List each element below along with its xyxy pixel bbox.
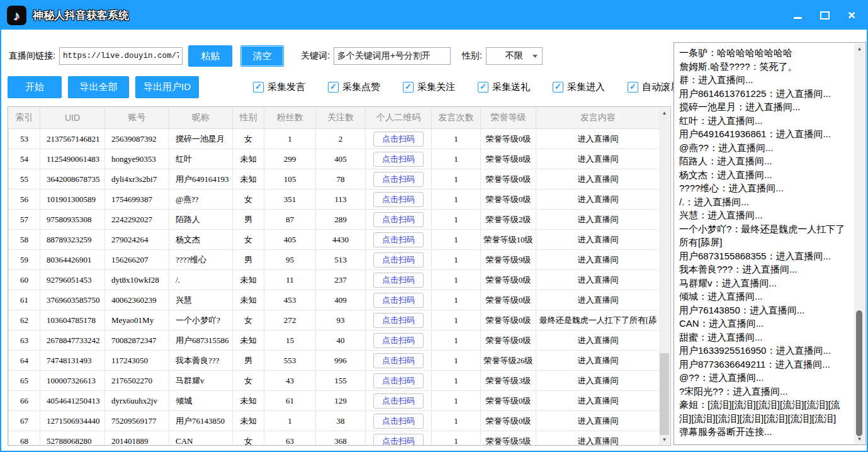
col-index: 索引	[9, 107, 40, 129]
paste-button[interactable]: 粘贴	[188, 45, 232, 67]
qr-scan-button[interactable]: 点击扫码	[373, 172, 424, 187]
cell-index: 54	[9, 149, 40, 169]
qr-scan-button[interactable]: 点击扫码	[373, 152, 424, 167]
qr-scan-button[interactable]: 点击扫码	[373, 373, 424, 388]
table-row: 53213756714682125639087392搅碎一池星月女12点击扫码1…	[9, 129, 660, 149]
chat-message: CAN：进入直播间...	[679, 317, 852, 331]
scroll-down-icon[interactable]: ▼	[659, 434, 670, 444]
cell-fans: 43	[264, 371, 316, 391]
checkbox-collect-follows[interactable]: ✓采集关注	[403, 81, 455, 93]
cell-speak-count: 1	[432, 371, 481, 391]
toolbar-row-2: 开始 导出全部 导出用户ID ✓采集发言✓采集点赞✓采集关注✓采集送礼✓采集进入…	[8, 76, 680, 98]
live-link-label: 直播间链接:	[9, 50, 55, 62]
cell-nickname: 用户687315586	[169, 331, 233, 351]
checkbox-auto-scroll[interactable]: ✓自动滚屏	[628, 81, 680, 93]
cell-index: 67	[9, 411, 40, 431]
checkbox-collect-likes[interactable]: ✓采集点赞	[328, 81, 380, 93]
checkbox-checked-icon[interactable]: ✓	[253, 82, 264, 93]
qr-scan-button[interactable]: 点击扫码	[373, 333, 424, 348]
qr-scan-button[interactable]: 点击扫码	[373, 293, 424, 308]
export-all-button[interactable]: 导出全部	[68, 76, 129, 98]
qr-scan-button[interactable]: 点击扫码	[373, 252, 424, 268]
start-button[interactable]: 开始	[8, 76, 62, 98]
qr-scan-button[interactable]: 点击扫码	[373, 414, 424, 429]
chat-message: 甜蜜：进入直播间...	[679, 331, 852, 344]
clear-button[interactable]: 清空	[240, 45, 284, 67]
table-scrollbar-thumb[interactable]	[660, 353, 669, 435]
user-table: 索引 UID 账号 昵称 性别 粉丝数 关注数 个人二维码 发言次数 荣誉等级 …	[8, 106, 671, 446]
cell-nickname: CAN	[169, 431, 233, 446]
qr-scan-button[interactable]: 点击扫码	[373, 434, 424, 446]
cell-nickname: 倾城	[169, 391, 233, 411]
chat-scrollbar[interactable]: ▲ ▼	[854, 43, 865, 444]
cell-fans: 11	[264, 270, 316, 290]
qr-scan-button[interactable]: 点击扫码	[373, 273, 424, 288]
live-link-input[interactable]	[59, 47, 183, 65]
scroll-up-icon[interactable]: ▲	[659, 108, 670, 118]
keyword-input[interactable]	[334, 47, 451, 65]
cell-content: 进入直播间	[536, 431, 660, 446]
cell-fans: 272	[264, 310, 316, 331]
cell-gender: 女	[233, 189, 264, 210]
checkbox-collect-gifts[interactable]: ✓采集送礼	[478, 81, 530, 93]
cell-fans: 105	[264, 169, 316, 189]
qr-scan-button[interactable]: 点击扫码	[373, 132, 424, 147]
cell-fans: 553	[264, 351, 316, 371]
table-scrollbar[interactable]: ▲ ▼	[659, 108, 670, 444]
close-icon[interactable]: ✕	[847, 11, 857, 21]
cell-nickname: 杨文杰	[169, 230, 233, 250]
checkbox-checked-icon[interactable]: ✓	[328, 82, 339, 93]
scroll-down-icon[interactable]: ▼	[854, 434, 865, 444]
window-title: 神秘人抖音获客系统	[33, 8, 129, 23]
checkbox-checked-icon[interactable]: ✓	[403, 82, 414, 93]
table-row: 651000073266132176502270马群耀v女43155点击扫码1荣…	[9, 371, 660, 391]
checkbox-collect-entries[interactable]: ✓采集进入	[553, 81, 605, 93]
checkbox-checked-icon[interactable]: ✓	[553, 82, 563, 93]
cell-index: 58	[9, 230, 40, 250]
cell-qr: 点击扫码	[366, 391, 432, 411]
qr-scan-button[interactable]: 点击扫码	[373, 232, 424, 247]
cell-speak-count: 1	[432, 189, 481, 210]
cell-uid: 80364426901	[40, 250, 105, 270]
cell-qr: 点击扫码	[366, 351, 432, 371]
col-follows: 关注数	[316, 107, 366, 129]
qr-scan-button[interactable]: 点击扫码	[373, 313, 424, 328]
chat-message: 用户6873155868355：进入直播间...	[679, 249, 852, 263]
cell-speak-count: 1	[432, 411, 481, 431]
chat-scrollbar-thumb[interactable]	[856, 310, 862, 436]
qr-scan-button[interactable]: 点击扫码	[373, 353, 424, 368]
cell-qr: 点击扫码	[366, 169, 432, 189]
checkbox-group: ✓采集发言✓采集点赞✓采集关注✓采集送礼✓采集进入✓自动滚屏	[253, 81, 680, 93]
cell-uid: 101901300589	[40, 189, 105, 210]
col-gender: 性别	[233, 107, 264, 129]
chat-log-panel: 一条驴：哈哈哈哈哈哈哈哈詹姆斯.哈登????：笑死了。群：进入直播间...用户8…	[674, 42, 866, 445]
col-account: 账号	[105, 107, 169, 129]
cell-qr: 点击扫码	[366, 290, 432, 310]
cell-gender: 女	[233, 129, 264, 149]
cell-honor: 荣誉等级0级	[481, 169, 536, 189]
cell-honor: 荣誉等级3级	[481, 371, 536, 391]
cell-honor: 荣誉等级2级	[481, 210, 536, 230]
cell-follows: 38	[316, 411, 366, 431]
maximize-icon[interactable]	[820, 11, 830, 21]
export-userid-button[interactable]: 导出用户ID	[135, 76, 199, 98]
cell-speak-count: 1	[432, 351, 481, 371]
cell-gender: 未知	[233, 290, 264, 310]
cell-honor: 荣誉等级0级	[481, 129, 536, 149]
qr-scan-button[interactable]: 点击扫码	[373, 393, 424, 409]
cell-account: 2242292027	[105, 210, 169, 230]
cell-follows: 40	[316, 331, 366, 351]
scroll-up-icon[interactable]: ▲	[854, 43, 865, 54]
qr-scan-button[interactable]: 点击扫码	[373, 192, 424, 207]
cell-nickname: 我本善良???	[169, 351, 233, 371]
checkbox-checked-icon[interactable]: ✓	[628, 82, 638, 93]
minimize-icon[interactable]	[792, 11, 803, 21]
col-qrcode: 个人二维码	[366, 107, 432, 129]
gender-select[interactable]: 不限	[486, 47, 543, 65]
cell-nickname: 兴慧	[169, 290, 233, 310]
cell-qr: 点击扫码	[366, 310, 432, 331]
checkbox-collect-comments[interactable]: ✓采集发言	[253, 81, 305, 93]
checkbox-checked-icon[interactable]: ✓	[478, 82, 488, 93]
col-honor-level: 荣誉等级	[481, 107, 536, 129]
qr-scan-button[interactable]: 点击扫码	[373, 212, 424, 227]
